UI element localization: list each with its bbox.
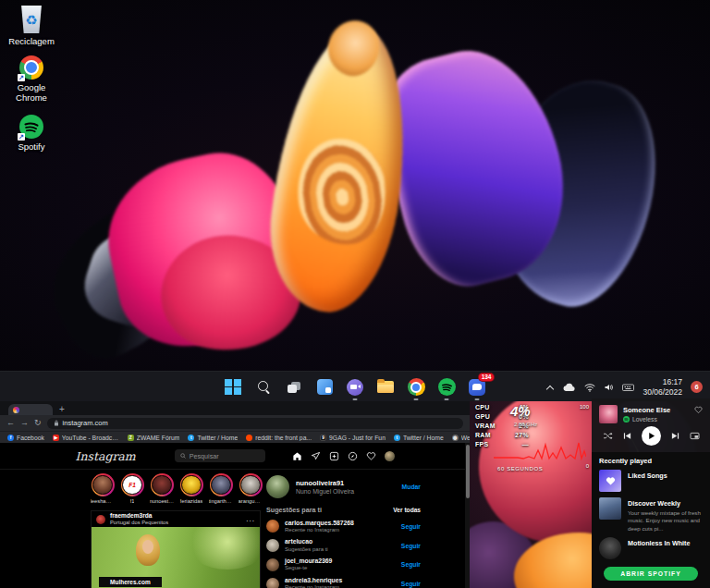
post-avatar[interactable]: [96, 515, 105, 524]
bookmark-reddit[interactable]: reddit: the front pa...: [246, 435, 312, 441]
screen: ♻ Reciclagem ↗ Google Chrome ↗ Spotify: [0, 0, 710, 588]
previous-track-icon[interactable]: [623, 432, 631, 440]
browser-toolbar: ← → ↻ instagram.com: [0, 415, 470, 431]
reddit-favicon: [246, 435, 252, 441]
wifi-icon[interactable]: [584, 383, 595, 392]
recent-item-liked-songs[interactable]: Liked Songs: [599, 470, 703, 493]
profile-row: nunooliveira91 Nuno Miguel Oliveira Muda…: [266, 475, 421, 498]
story-item[interactable]: aranguerra: [239, 473, 263, 504]
video-camera-app-icon: [347, 379, 363, 396]
desktop-icon-recycle-bin[interactable]: ♻ Reciclagem: [2, 6, 61, 46]
taskbar-chrome-button[interactable]: [406, 377, 426, 398]
play-button[interactable]: [642, 426, 661, 446]
switch-account-link[interactable]: Mudar: [402, 484, 421, 490]
story-item[interactable]: leeshamilt…: [91, 473, 115, 504]
search-input[interactable]: Pesquisar: [175, 449, 265, 462]
suggestion-avatar[interactable]: [266, 539, 279, 552]
new-tab-button[interactable]: +: [59, 405, 65, 414]
taskbar-video-app-button[interactable]: [345, 377, 365, 398]
bookmark-9gag[interactable]: 99GAG - Just for Fun: [320, 435, 386, 441]
shuffle-icon[interactable]: [603, 432, 613, 440]
suggestions-title: Sugestões para ti: [266, 506, 322, 514]
photo-detail: [142, 540, 153, 554]
zwame-favicon: Z: [128, 435, 134, 441]
explore-icon[interactable]: [348, 451, 358, 461]
graph-timespan: 60 SEGUNDOS: [497, 466, 543, 472]
scrollbar-thumb[interactable]: [466, 445, 470, 498]
see-all-link[interactable]: Ver todas: [393, 507, 421, 513]
forward-button[interactable]: →: [20, 419, 29, 427]
new-post-icon[interactable]: [329, 451, 339, 461]
story-item[interactable]: F1f1: [120, 473, 144, 504]
profile-avatar[interactable]: [266, 475, 289, 498]
volume-icon[interactable]: [604, 383, 614, 392]
messenger-icon[interactable]: [311, 451, 321, 461]
bookmark-youtube[interactable]: ▶YouTube - Broadcas...: [53, 435, 119, 441]
bookmarks-bar: fFacebook ▶YouTube - Broadcas... ZZWAME …: [0, 431, 470, 443]
desktop-icon-label: Reciclagem: [8, 36, 55, 46]
album-art: [599, 405, 618, 423]
profile-username[interactable]: nunooliveira91: [296, 479, 354, 487]
keyboard-language-icon[interactable]: [622, 383, 634, 392]
instagram-logo[interactable]: Instagram: [76, 449, 136, 463]
feed-post: fraemdem3rda Portugal dos Pequenitos ...…: [91, 510, 261, 588]
open-spotify-button[interactable]: ABRIR SPOTIFY: [604, 567, 698, 581]
suggestion-avatar[interactable]: [266, 520, 279, 533]
follow-link[interactable]: Seguir: [401, 581, 421, 587]
post-location[interactable]: Portugal dos Pequenitos: [110, 520, 168, 526]
taskbar-spotify-button[interactable]: [436, 377, 457, 398]
tray-clock[interactable]: 16:17 30/06/2022: [643, 377, 682, 397]
bookmark-twitter[interactable]: tTwitter / Home: [188, 435, 238, 441]
home-icon[interactable]: [292, 451, 302, 461]
file-explorer-button[interactable]: [375, 377, 396, 398]
next-track-icon[interactable]: [671, 432, 679, 440]
post-menu-button[interactable]: ...: [246, 515, 255, 523]
post-username[interactable]: fraemdem3rda: [110, 512, 168, 520]
bookmark-webmail[interactable]: ◍Webmail Leak: [452, 435, 470, 441]
activity-heart-icon[interactable]: [366, 451, 376, 460]
recycle-bin-icon: ♻: [19, 6, 43, 33]
address-bar[interactable]: instagram.com: [47, 418, 463, 429]
like-heart-icon[interactable]: [694, 406, 703, 413]
taskbar-search-button[interactable]: [253, 377, 274, 398]
notification-badge: 134: [478, 373, 495, 382]
notification-count-badge[interactable]: 6: [691, 381, 703, 393]
taskbar-chat-app-button[interactable]: 134: [467, 377, 487, 398]
youtube-favicon: ▶: [53, 435, 59, 441]
story-item[interactable]: feriazidas: [179, 473, 203, 504]
tray-date: 30/06/2022: [643, 387, 682, 398]
track-artist: Loveless: [632, 416, 657, 423]
globe-favicon: ◍: [452, 435, 459, 441]
task-view-button[interactable]: [284, 377, 304, 398]
tab-strip: +: [0, 401, 470, 415]
suggestion-avatar[interactable]: [266, 578, 279, 588]
tab-instagram[interactable]: [8, 404, 53, 415]
bookmark-twitter-2[interactable]: tTwitter / Home: [394, 435, 444, 441]
bookmark-zwame[interactable]: ZZWAME Fórum: [128, 435, 180, 441]
widgets-button[interactable]: [314, 377, 335, 398]
back-button[interactable]: ←: [6, 419, 15, 427]
desktop-icon-spotify[interactable]: ↗ Spotify: [2, 115, 61, 152]
desktop-icon-chrome[interactable]: ↗ Google Chrome: [2, 55, 61, 104]
cpu-frequency: 2.88 GHz: [514, 422, 537, 427]
queue-icon[interactable]: [690, 432, 700, 440]
browser-window: + ← → ↻ instagram.com fFacebook ▶YouTube…: [0, 401, 470, 588]
post-photo[interactable]: Mulheres.com: [92, 527, 260, 588]
profile-avatar[interactable]: [385, 451, 395, 461]
bookmark-facebook[interactable]: fFacebook: [7, 435, 44, 441]
onedrive-cloud-icon[interactable]: [562, 383, 576, 392]
graph-scale-min: 0: [586, 463, 589, 469]
tray-chevron-up-icon[interactable]: [546, 384, 554, 391]
follow-link[interactable]: Seguir: [401, 543, 421, 549]
suggestion-avatar[interactable]: [266, 558, 279, 571]
story-item[interactable]: nunoestme…: [150, 473, 174, 504]
recent-item-motionless-in-white[interactable]: Motionless In White: [599, 537, 703, 560]
reload-button[interactable]: ↻: [34, 419, 42, 427]
story-item[interactable]: tingarthu…: [209, 473, 233, 504]
follow-link[interactable]: Seguir: [401, 561, 421, 568]
start-button[interactable]: [223, 377, 243, 398]
follow-link[interactable]: Seguir: [401, 523, 421, 530]
instagram-favicon: [13, 407, 19, 413]
twitter-favicon: t: [188, 435, 194, 441]
recent-item-discover-weekly[interactable]: Discover Weekly Your weekly mixtape of f…: [599, 497, 703, 533]
